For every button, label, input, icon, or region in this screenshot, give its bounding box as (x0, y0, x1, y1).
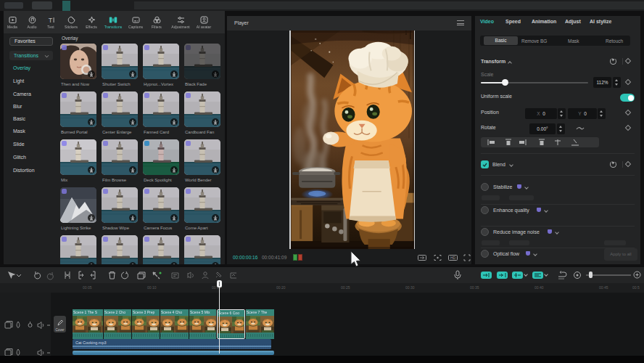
svg-text:HD: HD (450, 256, 456, 260)
svg-text:T: T (48, 17, 52, 24)
